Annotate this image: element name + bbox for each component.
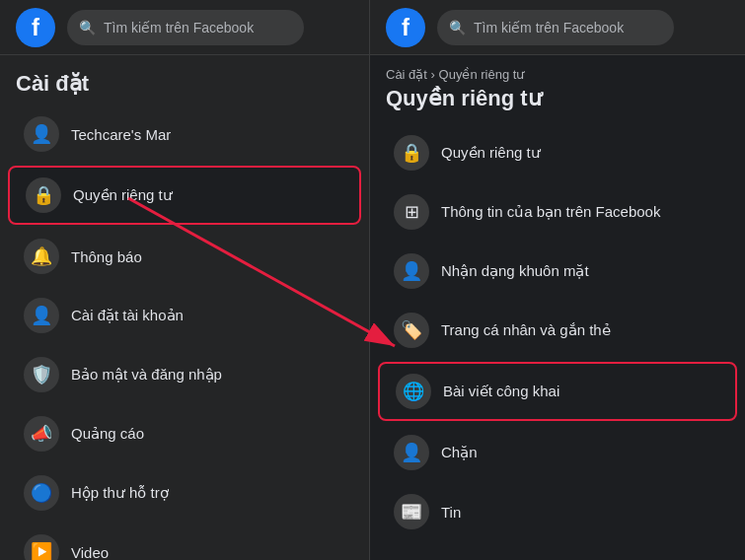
right-feeds-icon: 📰 [394,494,429,529]
sidebar-item-notifications[interactable]: 🔔 Thông báo [8,229,361,284]
sidebar-item-profile[interactable]: 👤 Techcare's Mar [8,106,361,162]
breadcrumb-parent: Cài đặt [386,67,427,82]
breadcrumb-separator: › [431,67,439,82]
right-block-label: Chặn [441,444,478,461]
sidebar-item-support[interactable]: 🔵 Hộp thư hỗ trợ [8,465,361,521]
right-face-label: Nhận dạng khuôn mặt [441,262,589,280]
right-item-public-posts[interactable]: 🌐 Bài viết công khai [378,362,737,421]
profile-icon: 👤 [24,116,59,152]
security-label: Bảo mật và đăng nhập [71,366,222,384]
left-panel-title: Cài đặt [0,55,369,105]
left-nav-bar: f 🔍 Tìm kiếm trên Facebook [0,0,370,55]
fb-logo-right[interactable]: f [386,8,425,47]
support-label: Hộp thư hỗ trợ [71,484,169,502]
account-icon: 👤 [24,298,59,333]
ads-icon: 📣 [24,416,59,452]
right-public-posts-label: Bài viết công khai [443,383,559,400]
privacy-label: Quyền riêng tư [73,186,173,204]
right-info-label: Thông tin của bạn trên Facebook [441,203,660,221]
support-icon: 🔵 [24,475,59,511]
left-panel: Cài đặt 👤 Techcare's Mar 🔒 Quyền riêng t… [0,55,370,560]
right-block-icon: 👤 [394,435,429,470]
sidebar-item-video[interactable]: ▶️ Video [8,525,361,560]
breadcrumb: Cài đặt › Quyền riêng tư [370,55,745,82]
right-profile-label: Trang cá nhân và gắn thẻ [441,321,611,339]
right-lock-icon: 🔒 [394,135,429,171]
right-search-placeholder: Tìm kiếm trên Facebook [474,20,624,35]
video-label: Video [71,544,109,561]
right-item-block[interactable]: 👤 Chặn [378,425,737,480]
search-icon-left: 🔍 [79,20,96,35]
sidebar-item-privacy[interactable]: 🔒 Quyền riêng tư [8,166,361,225]
shield-icon: 🛡️ [24,357,59,392]
right-profile-icon: 🏷️ [394,313,429,348]
video-icon: ▶️ [24,534,59,560]
sidebar-item-account[interactable]: 👤 Cài đặt tài khoản [8,288,361,343]
right-item-face[interactable]: 👤 Nhận dạng khuôn mặt [378,244,737,299]
left-search-bar[interactable]: 🔍 Tìm kiếm trên Facebook [67,10,304,45]
right-feeds-label: Tin [441,504,461,521]
breadcrumb-current: Quyền riêng tư [439,67,525,82]
ads-label: Quảng cáo [71,425,144,443]
right-item-profile[interactable]: 🏷️ Trang cá nhân và gắn thẻ [378,303,737,358]
right-globe-icon: 🌐 [396,374,431,409]
right-face-icon: 👤 [394,253,429,289]
left-search-placeholder: Tìm kiếm trên Facebook [104,20,254,35]
right-item-privacy[interactable]: 🔒 Quyền riêng tư [378,125,737,180]
profile-label: Techcare's Mar [71,126,171,143]
fb-logo-left[interactable]: f [16,8,55,47]
sidebar-item-ads[interactable]: 📣 Quảng cáo [8,406,361,461]
notifications-label: Thông báo [71,248,142,265]
right-privacy-label: Quyền riêng tư [441,144,541,162]
right-panel-title: Quyền riêng tư [370,82,745,123]
lock-icon: 🔒 [26,177,61,213]
account-label: Cài đặt tài khoản [71,307,184,324]
bell-icon: 🔔 [24,239,59,274]
right-info-icon: ⊞ [394,194,429,230]
search-icon-right: 🔍 [449,20,466,35]
right-item-feeds[interactable]: 📰 Tin [378,484,737,539]
right-search-bar[interactable]: 🔍 Tìm kiếm trên Facebook [437,10,674,45]
sidebar-item-security[interactable]: 🛡️ Bảo mật và đăng nhập [8,347,361,402]
right-item-info[interactable]: ⊞ Thông tin của bạn trên Facebook [378,184,737,240]
right-meta-section: ∞ Meta Trung tâm tài khoản Kiểm soát cài… [370,549,745,560]
right-nav-bar: f 🔍 Tìm kiếm trên Facebook [370,0,745,55]
right-panel: Cài đặt › Quyền riêng tư Quyền riêng tư … [370,55,745,560]
